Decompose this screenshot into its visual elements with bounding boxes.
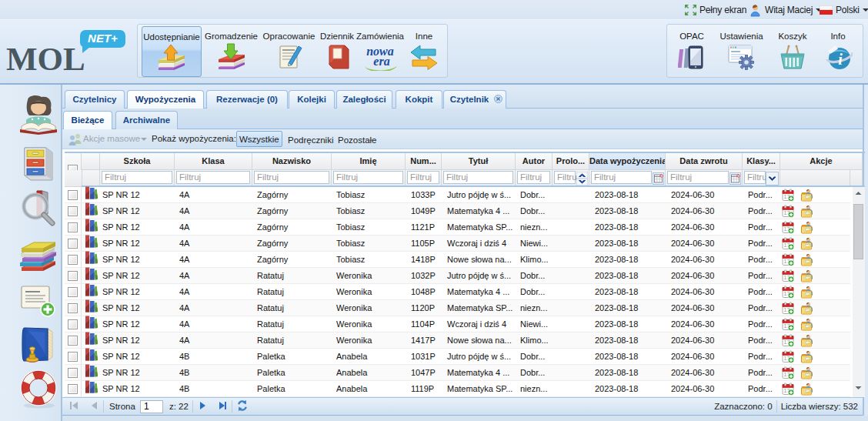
svg-text:i: i [838,51,843,68]
svg-text:era: era [373,55,389,68]
